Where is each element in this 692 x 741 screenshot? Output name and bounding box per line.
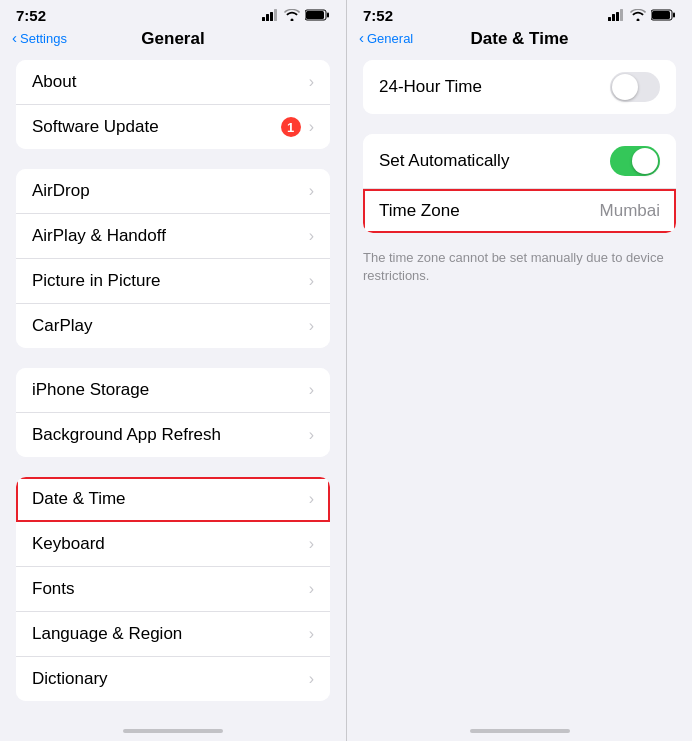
back-to-settings[interactable]: ‹ Settings [12, 30, 67, 46]
signal-icon [608, 9, 625, 21]
set-automatically-toggle[interactable] [610, 146, 660, 176]
chevron-icon: › [309, 227, 314, 245]
time-zone-label: Time Zone [379, 201, 460, 221]
row-iphone-storage[interactable]: iPhone Storage › [16, 368, 330, 413]
settings-group-1: About › Software Update 1 › [16, 60, 330, 149]
nav-bar-left: ‹ Settings General [0, 28, 346, 52]
airdrop-label: AirDrop [32, 181, 90, 201]
toggle-knob [632, 148, 658, 174]
left-panel: 7:52 ‹ Set [0, 0, 346, 741]
settings-group-datetime: Set Automatically Time Zone Mumbai [363, 134, 676, 233]
signal-icon [262, 9, 279, 21]
chevron-icon: › [309, 426, 314, 444]
iphone-storage-label: iPhone Storage [32, 380, 149, 400]
svg-rect-8 [612, 14, 615, 21]
airplay-handoff-label: AirPlay & Handoff [32, 226, 166, 246]
wifi-icon [284, 9, 300, 21]
settings-group-4: Date & Time › Keyboard › Fonts › Languag… [16, 477, 330, 701]
row-date-time[interactable]: Date & Time › [16, 477, 330, 522]
time-right: 7:52 [363, 7, 393, 24]
home-indicator-left [0, 721, 346, 741]
wifi-icon [630, 9, 646, 21]
battery-icon [651, 9, 676, 21]
row-picture-in-picture[interactable]: Picture in Picture › [16, 259, 330, 304]
language-region-label: Language & Region [32, 624, 182, 644]
row-software-update[interactable]: Software Update 1 › [16, 105, 330, 149]
set-automatically-label: Set Automatically [379, 151, 509, 171]
row-background-app-refresh[interactable]: Background App Refresh › [16, 413, 330, 457]
row-set-automatically: Set Automatically [363, 134, 676, 189]
row-time-zone[interactable]: Time Zone Mumbai [363, 189, 676, 233]
row-airplay-handoff[interactable]: AirPlay & Handoff › [16, 214, 330, 259]
row-24hour: 24-Hour Time [363, 60, 676, 114]
svg-rect-13 [673, 13, 675, 18]
dictionary-label: Dictionary [32, 669, 108, 689]
24hour-label: 24-Hour Time [379, 77, 482, 97]
row-fonts[interactable]: Fonts › [16, 567, 330, 612]
chevron-icon: › [309, 73, 314, 91]
row-about[interactable]: About › [16, 60, 330, 105]
home-indicator-right [347, 721, 692, 741]
fonts-label: Fonts [32, 579, 75, 599]
toggle-knob [612, 74, 638, 100]
svg-rect-9 [616, 12, 619, 21]
24hour-toggle[interactable] [610, 72, 660, 102]
software-update-label: Software Update [32, 117, 159, 137]
pip-label: Picture in Picture [32, 271, 161, 291]
nav-bar-right: ‹ General Date & Time [347, 28, 692, 52]
settings-group-2: AirDrop › AirPlay & Handoff › Picture in… [16, 169, 330, 348]
home-bar [123, 729, 223, 733]
carplay-label: CarPlay [32, 316, 92, 336]
chevron-icon: › [309, 490, 314, 508]
back-label-right: General [367, 31, 413, 46]
back-chevron-icon: ‹ [359, 29, 364, 46]
chevron-icon: › [309, 317, 314, 335]
chevron-icon: › [309, 381, 314, 399]
svg-rect-1 [266, 14, 269, 21]
time-zone-value: Mumbai [600, 201, 660, 221]
status-icons-right [608, 9, 676, 21]
svg-rect-0 [262, 17, 265, 21]
left-content: About › Software Update 1 › AirDrop › [0, 52, 346, 721]
home-bar [470, 729, 570, 733]
right-panel: 7:52 ‹ General Date & [346, 0, 692, 741]
chevron-icon: › [309, 580, 314, 598]
row-airdrop[interactable]: AirDrop › [16, 169, 330, 214]
row-keyboard[interactable]: Keyboard › [16, 522, 330, 567]
chevron-icon: › [309, 272, 314, 290]
back-to-general[interactable]: ‹ General [359, 30, 413, 46]
battery-icon [305, 9, 330, 21]
page-title-right: Date & Time [471, 29, 569, 49]
svg-rect-2 [270, 12, 273, 21]
chevron-icon: › [309, 670, 314, 688]
timezone-note: The time zone cannot be set manually due… [347, 243, 692, 293]
update-badge: 1 [281, 117, 301, 137]
settings-group-24hour: 24-Hour Time [363, 60, 676, 114]
row-carplay[interactable]: CarPlay › [16, 304, 330, 348]
date-time-label: Date & Time [32, 489, 126, 509]
chevron-icon: › [309, 182, 314, 200]
right-content: 24-Hour Time Set Automatically Time Zone… [347, 52, 692, 721]
status-bar-left: 7:52 [0, 0, 346, 28]
row-dictionary[interactable]: Dictionary › [16, 657, 330, 701]
chevron-icon: › [309, 118, 314, 136]
row-language-region[interactable]: Language & Region › [16, 612, 330, 657]
svg-rect-10 [620, 9, 623, 21]
svg-rect-3 [274, 9, 277, 21]
chevron-icon: › [309, 625, 314, 643]
about-label: About [32, 72, 76, 92]
bg-refresh-label: Background App Refresh [32, 425, 221, 445]
status-icons-left [262, 9, 330, 21]
settings-group-3: iPhone Storage › Background App Refresh … [16, 368, 330, 457]
svg-rect-12 [652, 11, 670, 19]
page-title-left: General [141, 29, 204, 49]
keyboard-label: Keyboard [32, 534, 105, 554]
chevron-icon: › [309, 535, 314, 553]
svg-rect-7 [608, 17, 611, 21]
back-chevron-icon: ‹ [12, 29, 17, 46]
svg-rect-6 [327, 13, 329, 18]
svg-rect-5 [306, 11, 324, 19]
time-left: 7:52 [16, 7, 46, 24]
status-bar-right: 7:52 [347, 0, 692, 28]
back-label-left: Settings [20, 31, 67, 46]
